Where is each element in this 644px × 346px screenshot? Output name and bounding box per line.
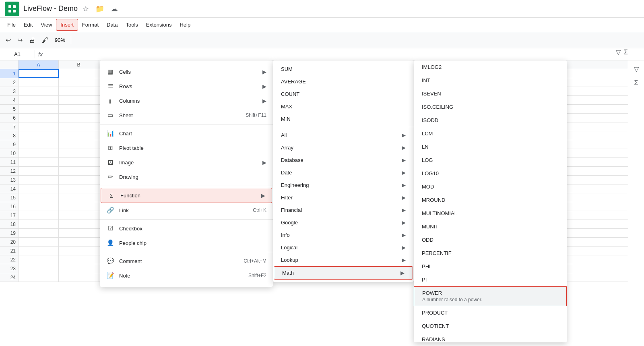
cell-b1[interactable] (59, 69, 99, 78)
paint-format-button[interactable]: 🖌 (39, 35, 51, 46)
insert-drawing-item[interactable]: ✏ Drawing (100, 170, 273, 184)
math-isodd-item[interactable]: ISODD (414, 114, 567, 127)
menu-view[interactable]: View (37, 19, 56, 30)
function-google-item[interactable]: Google ▶ (273, 216, 414, 229)
function-array-item[interactable]: Array ▶ (273, 141, 414, 154)
menu-insert[interactable]: Insert (56, 19, 78, 31)
cell-row3-col1[interactable] (59, 87, 99, 95)
insert-chart-item[interactable]: 📊 Chart (100, 126, 273, 141)
math-odd-item[interactable]: ODD (414, 233, 567, 247)
math-radians-item[interactable]: RADIANS (414, 333, 567, 342)
insert-columns-item[interactable]: ⫿ Columns ▶ (100, 93, 273, 108)
cell-row8-col0[interactable] (19, 131, 59, 140)
cell-row12-col0[interactable] (19, 167, 59, 175)
cell-row14-col0[interactable] (19, 184, 59, 193)
cell-row20-col1[interactable] (59, 238, 99, 246)
cell-row18-col1[interactable] (59, 220, 99, 228)
function-date-item[interactable]: Date ▶ (273, 166, 414, 179)
cell-row21-col1[interactable] (59, 247, 99, 255)
cell-row24-col1[interactable] (59, 273, 99, 282)
insert-note-item[interactable]: 📝 Note Shift+F2 (100, 268, 273, 283)
star-icon[interactable]: ☆ (81, 3, 91, 15)
cell-row14-col1[interactable] (59, 184, 99, 193)
insert-link-item[interactable]: 🔗 Link Ctrl+K (100, 203, 273, 218)
insert-image-item[interactable]: 🖼 Image ▶ (100, 155, 273, 170)
cell-row23-col1[interactable] (59, 264, 99, 273)
function-financial-item[interactable]: Financial ▶ (273, 204, 414, 216)
print-button[interactable]: 🖨 (27, 35, 38, 46)
cell-row13-col0[interactable] (19, 176, 59, 184)
cell-row10-col1[interactable] (59, 149, 99, 157)
redo-button[interactable]: ↪ (15, 35, 25, 46)
function-lookup-item[interactable]: Lookup ▶ (273, 254, 414, 266)
math-mround-item[interactable]: MROUND (414, 193, 567, 207)
math-imlog2-item[interactable]: IMLOG2 (414, 60, 567, 74)
cell-row6-col1[interactable] (59, 114, 99, 122)
cell-row24-col0[interactable] (19, 273, 59, 282)
math-multinomial-item[interactable]: MULTINOMIAL (414, 207, 567, 220)
insert-sheet-item[interactable]: ▭ Sheet Shift+F11 (100, 108, 273, 122)
math-iseven-item[interactable]: ISEVEN (414, 87, 567, 100)
cell-row5-col0[interactable] (19, 105, 59, 113)
math-power-item[interactable]: POWER A number raised to a power. (414, 286, 567, 306)
cell-row7-col1[interactable] (59, 122, 99, 131)
function-min-item[interactable]: MIN (273, 113, 414, 125)
menu-data[interactable]: Data (103, 19, 122, 30)
function-database-item[interactable]: Database ▶ (273, 154, 414, 166)
menu-edit[interactable]: Edit (20, 19, 37, 30)
function-average-item[interactable]: AVERAGE (273, 75, 414, 88)
cell-row17-col1[interactable] (59, 211, 99, 220)
insert-rows-item[interactable]: ☰ Rows ▶ (100, 79, 273, 93)
cell-row15-col0[interactable] (19, 193, 59, 202)
function-engineering-item[interactable]: Engineering ▶ (273, 179, 414, 191)
cell-row22-col1[interactable] (59, 255, 99, 264)
math-percentif-item[interactable]: PERCENTIF (414, 247, 567, 260)
cell-row23-col0[interactable] (19, 264, 59, 273)
math-product-item[interactable]: PRODUCT (414, 306, 567, 319)
cell-row19-col0[interactable] (19, 229, 59, 237)
cell-row19-col1[interactable] (59, 229, 99, 237)
function-all-item[interactable]: All ▶ (273, 129, 414, 141)
function-math-item[interactable]: Math ▶ (274, 266, 413, 280)
menu-format[interactable]: Format (78, 19, 103, 30)
math-log-item[interactable]: LOG (414, 153, 567, 167)
cell-row16-col0[interactable] (19, 202, 59, 211)
cell-row22-col0[interactable] (19, 255, 59, 264)
insert-comment-item[interactable]: 💬 Comment Ctrl+Alt+M (100, 254, 273, 268)
cell-row13-col1[interactable] (59, 176, 99, 184)
cell-row17-col0[interactable] (19, 211, 59, 220)
math-mod-item[interactable]: MOD (414, 180, 567, 193)
insert-checkbox-item[interactable]: ☑ Checkbox (100, 221, 273, 236)
menu-help[interactable]: Help (175, 19, 194, 30)
folder-icon[interactable]: 📁 (94, 3, 106, 15)
cell-row4-col0[interactable] (19, 96, 59, 104)
cell-row11-col1[interactable] (59, 158, 99, 166)
cell-a1[interactable] (19, 69, 59, 78)
insert-cells-item[interactable]: ▦ Cells ▶ (100, 64, 273, 79)
cell-row11-col0[interactable] (19, 158, 59, 166)
cell-row2-col0[interactable] (19, 78, 59, 87)
math-quotient-item[interactable]: QUOTIENT (414, 319, 567, 333)
function-count-item[interactable]: COUNT (273, 88, 414, 100)
cell-row18-col0[interactable] (19, 220, 59, 228)
math-isoceiling-item[interactable]: ISO.CEILING (414, 100, 567, 114)
zoom-selector[interactable]: 90% (52, 36, 68, 44)
function-filter-item[interactable]: Filter ▶ (273, 191, 414, 204)
cell-row2-col1[interactable] (59, 78, 99, 87)
cloud-icon[interactable]: ☁ (109, 3, 120, 15)
insert-function-item[interactable]: Σ Function ▶ (101, 188, 272, 203)
sigma-icon[interactable]: Σ (624, 49, 628, 56)
math-ln-item[interactable]: LN (414, 140, 567, 153)
col-header-a[interactable]: A (19, 60, 59, 69)
cell-row12-col1[interactable] (59, 167, 99, 175)
function-max-item[interactable]: MAX (273, 100, 414, 113)
cell-row3-col0[interactable] (19, 87, 59, 95)
cell-row10-col0[interactable] (19, 149, 59, 157)
col-header-b[interactable]: B (59, 60, 99, 69)
cell-row6-col0[interactable] (19, 114, 59, 122)
cell-row20-col0[interactable] (19, 238, 59, 246)
cell-row21-col0[interactable] (19, 247, 59, 255)
cell-ref-input[interactable]: A1 (3, 51, 31, 57)
menu-tools[interactable]: Tools (122, 19, 142, 30)
right-sigma-icon[interactable]: Σ (633, 78, 640, 88)
